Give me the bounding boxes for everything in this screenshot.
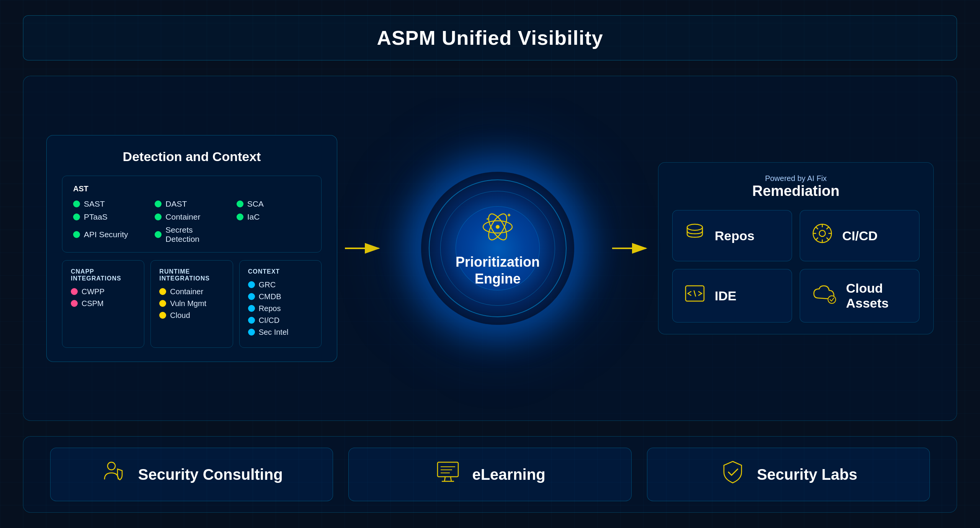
context-secintel: Sec Intel [248,328,313,337]
ide-label: IDE [715,288,737,303]
security-consulting-icon [101,458,127,491]
dot-blue-cmdb [248,293,255,300]
arrow-left-container [337,237,391,260]
ast-container-label: Container [165,212,200,222]
ast-ptaas-label: PTaaS [84,212,108,222]
arrow-right-container [604,237,658,260]
ast-item-sast: SAST [73,199,147,209]
main-content: Detection and Context AST SAST DAST [23,76,957,513]
cloud-assets-label: CloudAssets [846,281,889,311]
ast-section: AST SAST DAST SCA [62,176,322,253]
context-cicd-label: CI/CD [259,316,279,325]
dot-green-container [155,213,162,220]
ide-icon [683,282,706,310]
detection-panel: Detection and Context AST SAST DAST [46,135,337,362]
ast-dast-label: DAST [165,199,187,209]
dot-green-sca [237,200,243,207]
cwpp-label: CWPP [82,287,105,296]
security-consulting-label: Security Consulting [138,466,283,483]
ast-item-container: Container [155,212,229,222]
runtime-cloud: Cloud [159,311,224,320]
engine-label: Prioritization Engine [456,254,540,287]
repos-icon [683,222,706,249]
bottom-boxes: CNAPP INTEGRATIONS CWPP CSPM RUNTIME INT… [62,260,322,348]
cmdb-label: CMDB [259,292,281,301]
svg-point-10 [687,224,702,230]
svg-point-12 [819,230,825,236]
dot-green-sast [73,200,80,207]
context-cicd: CI/CD [248,316,313,325]
svg-point-14 [828,296,836,303]
repos-label: Repos [715,228,755,243]
remediation-grid: Repos CI/CD [672,210,920,323]
dot-green-ptaas [73,213,80,220]
vuln-mgmt-label: Vuln Mgmt [170,299,206,308]
dot-blue-cicd [248,317,255,324]
arrow-left-svg [345,237,383,260]
cnapp-cwpp: CWPP [71,287,136,296]
elearning-label: eLearning [472,466,545,483]
context-box: CONTEXT GRC CMDB Repos [239,260,322,348]
ast-item-iac: IaC [237,212,310,222]
runtime-title: RUNTIME INTEGRATIONS [159,268,224,282]
runtime-container: Container [159,287,224,296]
runtime-container-label: Container [170,287,203,296]
cspm-label: CSPM [82,299,104,308]
ast-item-api-security: API Security [73,225,147,244]
dot-yellow-container [159,288,166,295]
ast-label: AST [73,184,310,193]
rem-card-cloud: CloudAssets [800,269,920,323]
dot-green-secrets [155,231,162,238]
runtime-box: RUNTIME INTEGRATIONS Container Vuln Mgmt… [150,260,233,348]
engine-icon: ✦ ✦ [456,210,540,250]
title-bar: ASPM Unified Visibility [23,15,957,60]
remediation-header: Powered by AI Fix Remediation [672,174,920,199]
cnapp-box: CNAPP INTEGRATIONS CWPP CSPM [62,260,144,348]
svg-text:✦: ✦ [486,217,489,221]
engine-content: ✦ ✦ Prioritization Engine [456,210,540,287]
page-title: ASPM Unified Visibility [46,26,934,49]
rem-card-ide: IDE [672,269,792,323]
ast-grid: SAST DAST SCA PTaaS [73,199,310,244]
remediation-subtitle: Powered by AI Fix [672,174,920,183]
elearning-icon [434,458,461,491]
security-labs-label: Security Labs [757,466,857,483]
arrow-right-svg [612,237,650,260]
engine-circle: ✦ ✦ Prioritization Engine [421,172,574,325]
cloud-assets-icon [811,282,838,310]
cnapp-cspm: CSPM [71,299,136,308]
runtime-vuln: Vuln Mgmt [159,299,224,308]
remediation-panel: Powered by AI Fix Remediation [658,162,934,334]
dot-pink-cspm [71,300,78,307]
svg-text:✦: ✦ [506,212,511,218]
ast-sca-label: SCA [247,199,264,209]
ast-secrets-label: Secrets Detection [165,225,229,244]
dot-blue-grc [248,281,255,288]
context-grc: GRC [248,280,313,289]
dot-blue-repos [248,305,255,312]
page-wrapper: ASPM Unified Visibility Detection and Co… [0,0,980,528]
bottom-card-security-consulting: Security Consulting [50,448,333,501]
context-repos: Repos [248,304,313,313]
detection-heading: Detection and Context [62,149,322,164]
middle-row: Detection and Context AST SAST DAST [23,76,957,421]
ast-api-label: API Security [84,230,128,239]
svg-point-15 [108,462,115,470]
bottom-card-security-labs: Security Labs [647,448,930,501]
ast-item-ptaas: PTaaS [73,212,147,222]
ast-sast-label: SAST [84,199,105,209]
dot-yellow-vuln [159,300,166,307]
rem-card-repos: Repos [672,210,792,261]
grc-label: GRC [259,280,276,289]
dot-yellow-cloud [159,312,166,319]
cicd-icon [811,222,834,249]
cnapp-title: CNAPP INTEGRATIONS [71,268,136,282]
dot-green-dast [155,200,162,207]
engine-center: ✦ ✦ Prioritization Engine [391,172,604,325]
context-repos-label: Repos [259,304,281,313]
ast-iac-label: IaC [247,212,260,222]
ast-item-sca: SCA [237,199,310,209]
sec-intel-label: Sec Intel [259,328,289,337]
context-title: CONTEXT [248,268,313,275]
security-labs-icon [719,458,746,491]
